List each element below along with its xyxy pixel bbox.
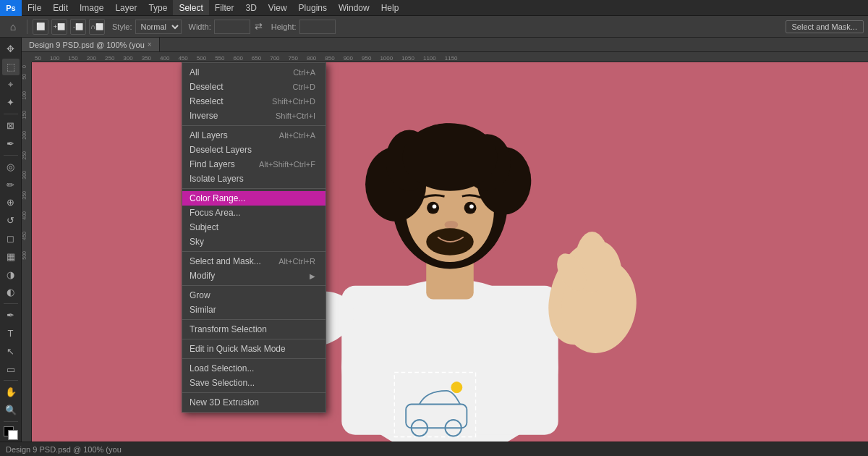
blur-tool[interactable]: ◑ (2, 266, 20, 283)
menu-item-similar[interactable]: Similar (182, 303, 326, 317)
canvas-area: Design 9 PSD.psd @ 100% (you × 50 100 15… (22, 38, 868, 442)
menu-item-subject[interactable]: Subject (182, 220, 326, 235)
menu-edit[interactable]: Edit (47, 0, 74, 15)
menu-item-grow[interactable]: Grow (182, 288, 326, 303)
separator-1 (4, 114, 18, 114)
menu-item-3d-extrusion[interactable]: New 3D Extrusion (182, 395, 326, 410)
separator-4 (4, 380, 18, 381)
crop-tool[interactable]: ⊠ (2, 117, 20, 134)
main-area: ✥ ⬚ ⌖ ✦ ⊠ ✒ ◎ ✏ ⊕ ↺ ◻ ▦ ◑ ◐ ✒ T ↖ ▭ ✋ 🔍 (0, 38, 868, 442)
menu-sep-1 (182, 125, 326, 126)
dropdown-overlay: All Ctrl+A Deselect Ctrl+D Reselect Shif… (32, 62, 868, 442)
eraser-tool[interactable]: ◻ (2, 230, 20, 247)
rect-select-tool[interactable]: ⬚ (2, 59, 20, 75)
path-select-tool[interactable]: ↖ (2, 343, 20, 360)
menu-sep-5 (182, 319, 326, 320)
hand-tool[interactable]: ✋ (2, 384, 20, 400)
menu-item-transform-selection[interactable]: Transform Selection (182, 322, 326, 337)
menu-layer[interactable]: Layer (109, 0, 142, 15)
menu-image[interactable]: Image (74, 0, 109, 15)
separator-2 (4, 155, 18, 156)
style-label: Style: (112, 22, 132, 31)
menu-3d[interactable]: 3D (239, 0, 262, 15)
menu-item-color-range[interactable]: Color Range... (182, 191, 326, 206)
heal-tool[interactable]: ◎ (2, 159, 20, 175)
stamp-tool[interactable]: ⊕ (2, 194, 20, 211)
status-bar: Design 9 PSD.psd @ 100% (you (0, 442, 868, 456)
ruler-vertical: 0 50 100 150 200 250 300 350 400 450 500 (22, 62, 32, 442)
tab-label: Design 9 PSD.psd @ 100% (you (29, 41, 145, 49)
history-brush-tool[interactable]: ↺ (2, 212, 20, 229)
brush-tool[interactable]: ✏ (2, 177, 20, 193)
menu-item-select-mask[interactable]: Select and Mask... Alt+Ctrl+R (182, 254, 326, 269)
menu-bar-items: File Edit Image Layer Type Select Filter… (22, 0, 404, 15)
menu-help[interactable]: Help (375, 0, 405, 15)
menu-item-reselect[interactable]: Reselect Shift+Ctrl+D (182, 94, 326, 109)
gradient-tool[interactable]: ▦ (2, 248, 20, 265)
menu-item-save-selection[interactable]: Save Selection... (182, 376, 326, 390)
toolbar: ✥ ⬚ ⌖ ✦ ⊠ ✒ ◎ ✏ ⊕ ↺ ◻ ▦ ◑ ◐ ✒ T ↖ ▭ ✋ 🔍 (0, 38, 22, 442)
new-selection-btn[interactable]: ⬜ (33, 19, 48, 35)
menu-item-focus-area[interactable]: Focus Area... (182, 206, 326, 220)
menu-item-all-layers[interactable]: All Layers Alt+Ctrl+A (182, 128, 326, 143)
subtract-selection-btn[interactable]: -⬜ (70, 19, 86, 35)
width-input[interactable] (214, 20, 250, 34)
move-tool[interactable]: ✥ (2, 41, 20, 57)
fg-bg-colors[interactable] (4, 426, 18, 440)
menu-item-quick-mask[interactable]: Edit in Quick Mask Mode (182, 342, 326, 356)
menu-item-deselect[interactable]: Deselect Ctrl+D (182, 80, 326, 94)
menu-filter[interactable]: Filter (209, 0, 240, 15)
menu-item-modify[interactable]: Modify ▶ (182, 269, 326, 283)
tab-close-btn[interactable]: × (148, 41, 152, 48)
intersect-selection-btn[interactable]: ∩⬜ (89, 19, 105, 35)
menu-item-deselect-layers[interactable]: Deselect Layers (182, 143, 326, 157)
swap-icon[interactable]: ⇄ (255, 21, 263, 32)
menu-file[interactable]: File (22, 0, 47, 15)
menu-item-inverse[interactable]: Inverse Shift+Ctrl+I (182, 109, 326, 123)
menu-item-all[interactable]: All Ctrl+A (182, 65, 326, 80)
lasso-tool[interactable]: ⌖ (2, 77, 20, 93)
menu-bar: Ps File Edit Image Layer Type Select Fil… (0, 0, 868, 16)
height-label: Height: (271, 22, 297, 31)
shape-tool[interactable]: ▭ (2, 361, 20, 378)
menu-sep-4 (182, 285, 326, 286)
status-text: Design 9 PSD.psd @ 100% (you (6, 445, 122, 454)
height-input[interactable] (299, 20, 336, 34)
menu-item-isolate-layers[interactable]: Isolate Layers (182, 172, 326, 186)
ruler-row: 50 100 150 200 250 300 350 400 450 500 5… (22, 52, 868, 62)
menu-type[interactable]: Type (142, 0, 173, 15)
style-select[interactable]: Normal (135, 20, 182, 34)
dodge-tool[interactable]: ◐ (2, 284, 20, 300)
tab-bar: Design 9 PSD.psd @ 100% (you × (22, 38, 868, 52)
separator-3 (4, 303, 18, 304)
canvas-viewport[interactable]: All Ctrl+A Deselect Ctrl+D Reselect Shif… (32, 62, 868, 442)
eyedropper-tool[interactable]: ✒ (2, 135, 20, 152)
select-mask-button[interactable]: Select and Mask... (786, 20, 864, 33)
home-icon[interactable]: ⌂ (4, 18, 22, 35)
menu-item-sky[interactable]: Sky (182, 235, 326, 249)
canvas-tab[interactable]: Design 9 PSD.psd @ 100% (you × (22, 38, 160, 51)
width-label: Width: (189, 22, 211, 31)
menu-sep-7 (182, 358, 326, 359)
add-selection-btn[interactable]: +⬜ (51, 19, 67, 35)
menu-window[interactable]: Window (333, 0, 375, 15)
separator (27, 20, 27, 34)
menu-sep-8 (182, 392, 326, 393)
ruler-corner (22, 52, 32, 62)
menu-item-load-selection[interactable]: Load Selection... (182, 361, 326, 376)
menu-select[interactable]: Select (173, 0, 208, 15)
pen-tool[interactable]: ✒ (2, 307, 20, 324)
menu-plugins[interactable]: Plugins (293, 0, 333, 15)
canvas-with-ruler: 0 50 100 150 200 250 300 350 400 450 500 (22, 62, 868, 442)
separator-5 (4, 421, 18, 422)
app-logo: Ps (0, 0, 22, 16)
zoom-tool[interactable]: 🔍 (2, 402, 20, 418)
menu-sep-2 (182, 188, 326, 189)
select-dropdown-menu: All Ctrl+A Deselect Ctrl+D Reselect Shif… (182, 62, 326, 413)
menu-view[interactable]: View (263, 0, 293, 15)
menu-item-find-layers[interactable]: Find Layers Alt+Shift+Ctrl+F (182, 157, 326, 172)
menu-sep-3 (182, 251, 326, 252)
type-tool[interactable]: T (2, 325, 20, 342)
magic-wand-tool[interactable]: ✦ (2, 94, 20, 111)
options-bar: ⌂ ⬜ +⬜ -⬜ ∩⬜ Style: Normal Width: ⇄ Heig… (0, 16, 868, 38)
